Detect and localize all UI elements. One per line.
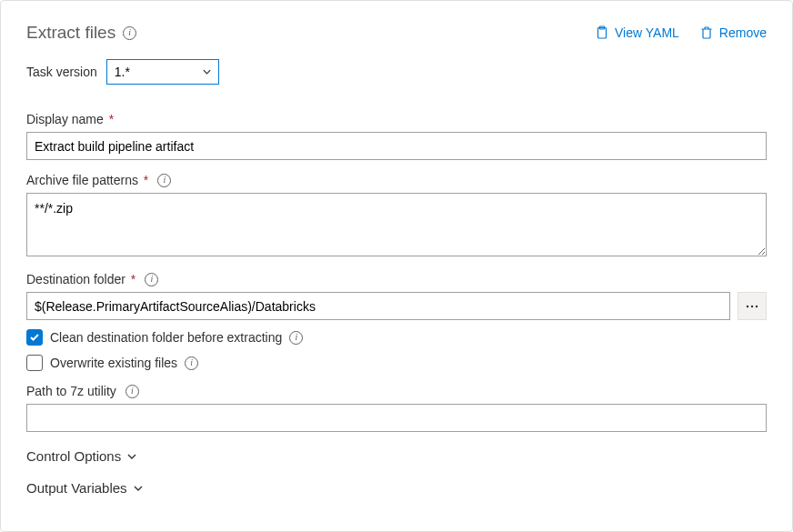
info-icon[interactable]: i: [123, 26, 136, 40]
path-7z-input[interactable]: [26, 404, 767, 432]
info-icon[interactable]: i: [125, 385, 139, 398]
path-7z-label: Path to 7z utility: [26, 384, 116, 398]
info-icon[interactable]: i: [157, 174, 171, 187]
info-icon[interactable]: i: [145, 273, 158, 286]
clean-destination-label: Clean destination folder before extracti…: [50, 330, 282, 345]
chevron-down-icon: [126, 451, 137, 462]
trash-icon: [699, 25, 714, 40]
view-yaml-button[interactable]: View YAML: [595, 25, 679, 40]
overwrite-label: Overwrite existing files: [50, 356, 177, 370]
remove-label: Remove: [719, 25, 767, 40]
svg-point-2: [747, 305, 748, 306]
info-icon[interactable]: i: [289, 331, 303, 345]
task-version-select[interactable]: 1.*: [106, 59, 219, 85]
browse-button[interactable]: [738, 292, 767, 320]
display-name-input[interactable]: [26, 132, 767, 160]
task-version-label: Task version: [26, 65, 97, 79]
destination-label: Destination folder: [26, 272, 125, 286]
control-options-label: Control Options: [26, 448, 121, 464]
output-variables-label: Output Variables: [26, 480, 127, 496]
required-indicator: *: [140, 173, 148, 187]
chevron-down-icon: [133, 483, 144, 494]
info-icon[interactable]: i: [185, 356, 198, 370]
required-indicator: *: [105, 112, 114, 126]
remove-button[interactable]: Remove: [699, 25, 767, 40]
clean-destination-checkbox[interactable]: [26, 329, 43, 346]
archive-patterns-label: Archive file patterns: [26, 173, 138, 187]
output-variables-toggle[interactable]: Output Variables: [26, 480, 767, 496]
view-yaml-label: View YAML: [615, 25, 679, 40]
display-name-label: Display name: [26, 112, 104, 126]
ellipsis-icon: [746, 305, 758, 308]
archive-patterns-input[interactable]: **/*.zip: [26, 193, 767, 256]
clipboard-icon: [595, 25, 609, 40]
svg-point-4: [756, 305, 758, 306]
destination-input[interactable]: [26, 292, 730, 320]
overwrite-checkbox[interactable]: [26, 355, 43, 371]
svg-point-3: [751, 305, 753, 306]
required-indicator: *: [127, 272, 136, 286]
control-options-toggle[interactable]: Control Options: [26, 448, 767, 464]
page-title: Extract files: [26, 23, 115, 43]
